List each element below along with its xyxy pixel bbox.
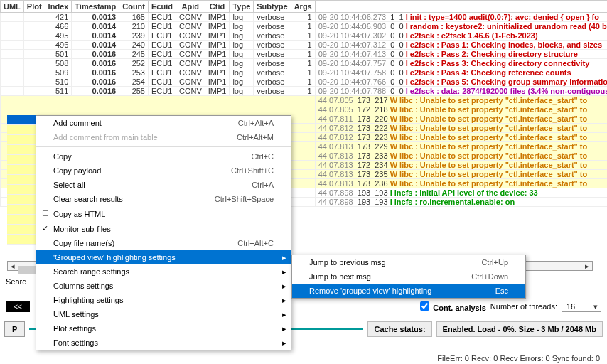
col-subtype[interactable]: Subtype xyxy=(254,1,291,13)
menu-copy-payload[interactable]: Copy payloadCtrl+Shift+C xyxy=(36,164,291,178)
context-menu[interactable]: Add commentCtrl+Alt+A Add comment from m… xyxy=(36,115,291,350)
table-row[interactable]: 4960.0014240ECU1CONVIMP1logverbose109-20… xyxy=(1,41,608,50)
menu-font[interactable]: Font settings▸ xyxy=(36,336,291,350)
col-plot[interactable]: Plot xyxy=(23,1,45,13)
table-row[interactable]: 5010.0016245ECU1CONVIMP1logverbose109-20… xyxy=(1,50,608,59)
menu-select-all[interactable]: Select allCtrl+A xyxy=(36,178,291,192)
menu-copy[interactable]: CopyCtrl+C xyxy=(36,149,291,164)
table-row[interactable]: 5080.0016252ECU1CONVIMP1logverbose109-20… xyxy=(1,59,608,68)
table-row[interactable]: 4660.0014210ECU1CONVIMP1logverbose109-20… xyxy=(1,22,608,31)
submenu-prev[interactable]: Jump to previous msgCtrl+Up xyxy=(292,255,525,269)
menu-add-comment[interactable]: Add commentCtrl+Alt+A xyxy=(36,116,291,130)
scroll-right-icon[interactable]: ▸ xyxy=(582,262,592,270)
margin-column xyxy=(7,115,36,245)
col-count[interactable]: Count xyxy=(119,1,149,13)
p-button[interactable]: P xyxy=(4,321,25,337)
col-args[interactable]: Args xyxy=(291,1,315,13)
table-row[interactable]: 44:07.805 172 218 W libc : Unable to set… xyxy=(1,105,608,114)
table-row[interactable]: 4210.0013165ECU1CONVIMP1logverbose109-20… xyxy=(1,13,608,22)
table-row[interactable]: 44:07.805 173 217 W libc : Unable to set… xyxy=(1,96,608,105)
table-row[interactable]: 5090.0016253ECU1CONVIMP1logverbose109-20… xyxy=(1,68,608,77)
menu-columns[interactable]: Columns settings▸ xyxy=(36,279,291,293)
col-ecuid[interactable]: Ecuid xyxy=(148,1,176,13)
cache-status-label: Cache status: xyxy=(367,321,431,337)
menu-highlighting[interactable]: Highlighting settings▸ xyxy=(36,293,291,307)
cont-analysis-checkbox[interactable]: Cont. analysis xyxy=(420,301,486,312)
col-uml[interactable]: UML xyxy=(1,1,24,13)
menu-copy-html[interactable]: ☐Copy as HTML xyxy=(36,206,291,221)
table-row[interactable]: 5110.0016255ECU1CONVIMP1logverbose109-20… xyxy=(1,87,608,96)
menu-clear-search[interactable]: Clear search resultsCtrl+Shift+Space xyxy=(36,192,291,206)
menu-search-range[interactable]: Search range settings▸ xyxy=(36,264,291,279)
menu-add-comment-main: Add comment from main tableCtrl+Alt+M xyxy=(36,130,291,144)
table-row[interactable]: 5100.0016254ECU1CONVIMP1logverbose109-20… xyxy=(1,77,608,87)
footer-stats: FileErr: 0 Recv: 0 Recv Errors: 0 Sync f… xyxy=(437,354,600,363)
threads-select[interactable]: 16 xyxy=(562,301,601,312)
cache-status-value: Enabled. Load - 0%. Size - 3 Mb / 2048 M… xyxy=(436,321,603,337)
submenu-grouped-highlighting[interactable]: Jump to previous msgCtrl+Up Jump to next… xyxy=(291,255,526,299)
menu-copy-filenames[interactable]: Copy file name(s)Ctrl+Alt+C xyxy=(36,236,291,250)
submenu-remove[interactable]: Remove 'grouped view' highlightingEsc xyxy=(292,284,525,298)
menu-grouped-highlighting[interactable]: 'Grouped view' highlighting settings▸ xyxy=(36,250,291,264)
submenu-next[interactable]: Jump to next msgCtrl+Down xyxy=(292,269,525,284)
table-row[interactable]: 4950.0014239ECU1CONVIMP1logverbose109-20… xyxy=(1,31,608,41)
col-timestamp[interactable]: Timestamp xyxy=(72,1,119,13)
col-apid[interactable]: Apid xyxy=(176,1,205,13)
menu-plot[interactable]: Plot settings▸ xyxy=(36,321,291,336)
nav-back-button[interactable]: << xyxy=(6,301,30,312)
menu-uml[interactable]: UML settings▸ xyxy=(36,307,291,321)
col-ctid[interactable]: Ctid xyxy=(205,1,230,13)
menu-monitor-sub[interactable]: ✓Monitor sub-files xyxy=(36,221,291,236)
col-index[interactable]: Index xyxy=(45,1,72,13)
search-label: Searc xyxy=(6,277,26,286)
threads-label: Number of threads: xyxy=(490,302,557,311)
scroll-left-icon[interactable]: ◂ xyxy=(8,262,18,270)
col-type[interactable]: Type xyxy=(230,1,254,13)
